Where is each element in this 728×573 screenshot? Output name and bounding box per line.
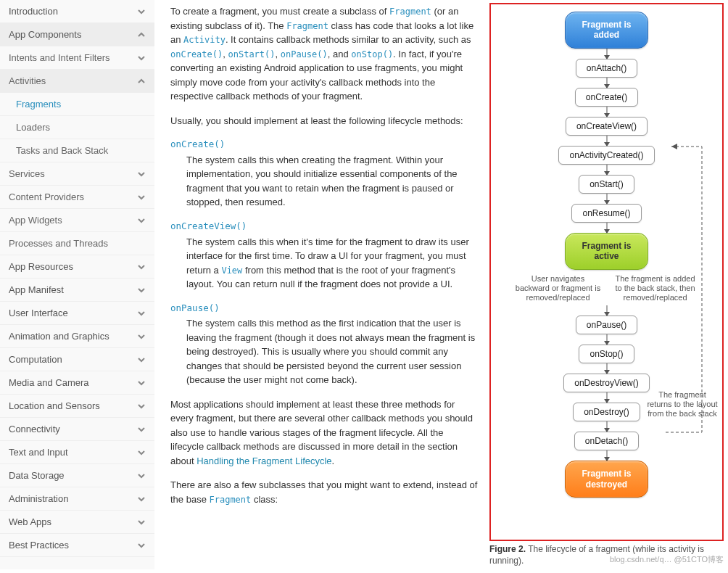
nav-label: Location and Sensors — [9, 400, 100, 411]
code-view[interactable]: View — [221, 265, 242, 276]
code-onstart[interactable]: onStart() — [228, 49, 275, 59]
nav-label: App Components — [9, 29, 81, 40]
figure-column: Fragment is added onAttach() onCreate() … — [485, 0, 728, 569]
nav-label: User Interface — [9, 308, 68, 318]
chevron-down-icon — [137, 471, 146, 480]
nav-fragments[interactable]: Fragments — [0, 93, 154, 116]
nav-connectivity[interactable]: Connectivity — [0, 418, 154, 441]
paragraph-most-apps: Most applications should implement at le… — [170, 397, 478, 469]
arrow-down-icon — [606, 49, 608, 59]
chevron-down-icon — [137, 425, 146, 434]
nav-label: Administration — [9, 493, 68, 504]
nav-text-input[interactable]: Text and Input — [0, 441, 154, 464]
nav-label: Content Providers — [9, 191, 84, 202]
nav-label: App Widgets — [9, 215, 62, 226]
nav-tasks-back-stack[interactable]: Tasks and Back Stack — [0, 139, 154, 162]
node-onstop: onStop() — [579, 345, 634, 363]
nav-label: Text and Input — [9, 447, 68, 458]
text: To create a fragment, you must create a … — [170, 6, 389, 17]
nav-label: Connectivity — [9, 424, 60, 434]
nav-web-apps[interactable]: Web Apps — [0, 511, 154, 534]
chevron-down-icon — [137, 54, 146, 62]
nav-introduction[interactable]: Introduction — [0, 0, 154, 23]
arrow-down-icon — [606, 107, 608, 117]
chevron-down-icon — [137, 216, 146, 225]
nav-app-widgets[interactable]: App Widgets — [0, 209, 154, 232]
nav-animation-graphics[interactable]: Animation and Graphics — [0, 325, 154, 348]
chevron-down-icon — [137, 309, 146, 318]
method-oncreate-body: The system calls this when creating the … — [186, 153, 478, 210]
node-onactivitycreated: onActivityCreated() — [558, 146, 654, 165]
nav-label: Fragments — [16, 99, 61, 110]
node-ondetach: onDetach() — [574, 432, 639, 450]
nav-label: Activities — [9, 75, 46, 86]
state-destroyed: Fragment is destroyed — [565, 461, 648, 498]
code-onstop[interactable]: onStop() — [351, 49, 393, 59]
return-arrow-icon — [666, 139, 709, 440]
nav-best-practices[interactable]: Best Practices — [0, 534, 154, 557]
chevron-down-icon — [137, 332, 146, 341]
arrow-down-icon — [606, 421, 608, 432]
method-oncreateview-body: The system calls this when it's time for… — [186, 235, 478, 292]
text: , — [276, 49, 281, 59]
node-ondestroy: onDestroy() — [573, 403, 640, 421]
nav-data-storage[interactable]: Data Storage — [0, 464, 154, 487]
nav-processes-threads[interactable]: Processes and Threads — [0, 232, 154, 255]
nav-label: Media and Camera — [9, 377, 89, 388]
nav-activities[interactable]: Activities — [0, 70, 154, 93]
node-oncreateview: onCreateView() — [566, 117, 648, 136]
nav-user-interface[interactable]: User Interface — [0, 302, 154, 325]
watermark: blog.csdn.net/q… @51CTO博客 — [610, 554, 724, 565]
nav-location-sensors[interactable]: Location and Sensors — [0, 395, 154, 418]
code-fragment[interactable]: Fragment — [389, 7, 431, 17]
chevron-down-icon — [137, 355, 146, 364]
method-oncreate-head[interactable]: onCreate() — [170, 138, 478, 152]
paragraph-subclasses: There are also a few subclasses that you… — [170, 478, 478, 506]
code-activity[interactable]: Activity — [183, 35, 226, 45]
chevron-down-icon — [137, 286, 146, 294]
link-handling-lifecycle[interactable]: Handling the Fragment Lifecycle — [197, 455, 331, 466]
nav-app-components[interactable]: App Components — [0, 23, 154, 46]
state-added: Fragment is added — [565, 12, 648, 49]
figure-label: Figure 2. — [489, 544, 526, 554]
nav-services[interactable]: Services — [0, 162, 154, 186]
nav-label: Intents and Intent Filters — [9, 52, 109, 63]
nav-content-providers[interactable]: Content Providers — [0, 186, 154, 209]
method-oncreateview-head[interactable]: onCreateView() — [170, 220, 478, 234]
main-content: To create a fragment, you must create a … — [154, 0, 485, 569]
node-onstart: onStart() — [579, 175, 634, 194]
code-fragment[interactable]: Fragment — [286, 21, 328, 31]
nav-app-resources[interactable]: App Resources — [0, 255, 154, 279]
nav-label: Animation and Graphics — [9, 331, 109, 342]
node-onpause: onPause() — [576, 316, 637, 334]
arrow-down-icon — [606, 334, 608, 345]
nav-app-manifest[interactable]: App Manifest — [0, 279, 154, 302]
nav-label: Data Storage — [9, 470, 65, 481]
arrow-down-icon — [606, 223, 608, 233]
nav-computation[interactable]: Computation — [0, 348, 154, 371]
arrow-down-icon — [606, 136, 608, 146]
nav-loaders[interactable]: Loaders — [0, 116, 154, 139]
arrow-down-icon — [606, 392, 608, 403]
nav-intents[interactable]: Intents and Intent Filters — [0, 46, 154, 70]
nav-administration[interactable]: Administration — [0, 487, 154, 511]
nav-label: Processes and Threads — [9, 238, 108, 249]
chevron-down-icon — [137, 448, 146, 457]
chevron-down-icon — [137, 379, 146, 387]
sidebar: Introduction App Components Intents and … — [0, 0, 154, 569]
nav-media-camera[interactable]: Media and Camera — [0, 371, 154, 395]
method-onpause-head[interactable]: onPause() — [170, 302, 478, 316]
nav-label: Web Apps — [9, 516, 51, 527]
nav-label: App Manifest — [9, 284, 64, 295]
code-onpause[interactable]: onPause() — [281, 49, 328, 59]
chevron-down-icon — [137, 7, 146, 16]
text: , and — [328, 49, 352, 59]
arrow-down-icon — [606, 194, 608, 204]
chevron-up-icon — [137, 30, 146, 39]
code-fragment[interactable]: Fragment — [210, 495, 252, 505]
state-active: Fragment is active — [565, 233, 648, 270]
code-oncreate[interactable]: onCreate() — [170, 49, 223, 59]
node-oncreate: onCreate() — [575, 88, 638, 107]
nav-label: Best Practices — [9, 540, 69, 551]
node-onattach: onAttach() — [576, 59, 637, 78]
